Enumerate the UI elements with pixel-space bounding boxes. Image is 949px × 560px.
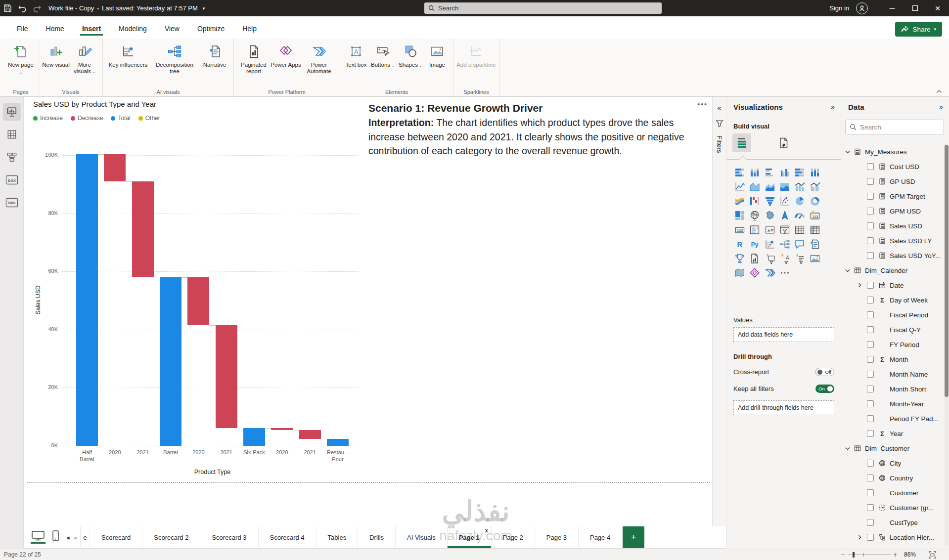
field-checkbox[interactable] [867,163,874,170]
data-field-cost-usd[interactable]: Cost USD [841,159,943,174]
data-field-fiscal-period[interactable]: Fiscal Period [841,307,943,322]
chevron-right-icon[interactable] [858,283,864,288]
search-input[interactable] [438,4,646,12]
page-tab-scorecard-3[interactable]: Scorecard 3 [200,526,258,548]
tab-format-visual[interactable] [774,133,793,152]
visual-type-metrics[interactable] [732,251,747,265]
visual-type-key-influencers[interactable] [763,237,777,251]
expand-filters-icon[interactable]: « [718,104,722,112]
fit-to-page-icon[interactable] [929,551,936,559]
close-page-icon[interactable]: x [485,527,488,533]
visual-type-q-and-a[interactable] [792,237,807,251]
ribbon-button-new-visual[interactable]: New visual [42,41,70,75]
ribbon-button-new-page[interactable]: New page ⌄ [6,41,36,76]
field-checkbox[interactable] [867,222,874,229]
collapse-visualizations-icon[interactable]: » [831,103,835,111]
field-checkbox[interactable] [867,504,874,511]
data-field-day-of-week[interactable]: ΣDay of Week [841,293,943,307]
data-field-sales-usd-ly[interactable]: Sales USD LY [841,233,943,248]
page-tab-ai-visuals[interactable]: AI Visuals [396,526,448,548]
field-checkbox[interactable] [867,193,874,200]
menu-tab-view[interactable]: View [156,25,188,39]
data-field-sales-usd-yoy[interactable]: Sales USD YoY... [841,248,943,263]
field-checkbox[interactable] [867,371,874,378]
field-checkbox[interactable] [867,519,874,526]
visual-type-treemap[interactable] [732,208,747,222]
data-field-period-fy-pad[interactable]: Period FY Pad... [841,411,943,426]
visual-type-smart-narrative[interactable] [808,237,822,251]
field-checkbox[interactable] [867,415,874,422]
page-tab-scorecard-2[interactable]: Scorecard 2 [142,526,200,548]
visual-type-more-visuals[interactable] [777,265,792,280]
waterfall-bar-six-pack-6[interactable] [243,428,265,446]
page-tab-page-1[interactable]: Page 1x [448,526,492,548]
redo-icon[interactable] [30,0,45,16]
visual-type-filled-map[interactable] [763,208,777,222]
visual-type-100-stacked-area-chart[interactable] [777,179,792,194]
ribbon-button-power-automate[interactable]: Power Automate [301,41,337,75]
data-field-fy-period[interactable]: FY Period [841,337,943,352]
page-tab-page-4[interactable]: Page 4 [579,526,622,548]
visual-type-text-slicer[interactable]: A [777,251,792,265]
menu-tab-help[interactable]: Help [233,25,266,39]
visual-type-shape-map[interactable] [732,265,747,280]
ribbon-button-power-apps[interactable]: Power Apps [271,41,301,75]
chevron-down-icon[interactable] [845,447,851,450]
visual-type-paginated-report[interactable] [747,251,762,265]
visual-type-matrix[interactable] [808,222,822,237]
ribbon-collapse-icon[interactable] [936,89,942,93]
ribbon-button-image[interactable]: Image [424,41,450,69]
report-canvas[interactable]: Sales USD by Product Type and Year Incre… [24,97,712,526]
visual-type-stacked-column-chart[interactable] [747,165,762,179]
cross-report-toggle[interactable]: Off [815,368,834,376]
page-tab-page-3[interactable]: Page 3 [535,526,579,548]
visual-type-donut-chart[interactable] [808,194,822,208]
visual-type-clustered-column-chart[interactable] [777,165,792,179]
visual-type-100-stacked-bar-chart[interactable] [792,165,807,179]
data-field-gp-usd[interactable]: GP USD [841,174,943,189]
visual-type-100-stacked-column-chart[interactable] [808,165,822,179]
account-avatar-icon[interactable] [856,2,868,14]
visual-type-power-apps[interactable] [747,265,762,280]
data-field-country[interactable]: Country [841,471,943,485]
undo-icon[interactable] [15,0,30,16]
text-box-visual[interactable]: ••• Scenario 1: Revenue Growth Driver In… [368,101,699,200]
values-field-well[interactable]: Add data fields here [733,327,834,342]
nav-report-view[interactable] [3,103,21,121]
tab-build-visual[interactable] [732,133,751,152]
desktop-layout-button[interactable] [31,531,45,544]
field-checkbox[interactable] [867,430,874,437]
page-tab-partial[interactable]: e [80,526,90,548]
visual-type-r-script-visual[interactable]: R [732,237,747,251]
menu-tab-home[interactable]: Home [37,25,73,39]
data-field-custtype[interactable]: CustType [841,515,943,530]
visual-type-line-and-clustered-column-chart[interactable] [808,179,822,194]
data-field-year[interactable]: ΣYear [841,426,943,441]
visual-type-clustered-bar-chart[interactable] [763,165,777,179]
ribbon-button-paginated-report[interactable]: Paginated report [237,41,271,75]
global-search[interactable] [424,2,662,14]
visual-type-python-visual[interactable]: Py [747,237,762,251]
visual-type-line-chart[interactable] [732,179,747,194]
menu-tab-file[interactable]: File [8,25,37,39]
data-search-box[interactable] [845,120,944,134]
data-field-gpm-usd[interactable]: GPM USD [841,204,943,218]
ribbon-button-narrative[interactable]: Narrative [199,41,230,75]
data-field-fiscal-q-y[interactable]: Fiscal Q-Y [841,322,943,337]
data-field-date[interactable]: Date [841,278,943,293]
waterfall-bar-half-barrel-0[interactable] [76,154,98,446]
field-checkbox[interactable] [867,208,874,215]
menu-tab-insert[interactable]: Insert [73,25,110,39]
waterfall-bar-2021-8[interactable] [299,430,321,439]
document-title[interactable]: Work file - Copy • Last saved: Yesterday… [48,4,205,12]
data-field-city[interactable]: City [841,456,943,471]
share-button[interactable]: Share ▾ [895,22,942,37]
title-chevron-down-icon[interactable]: ▾ [203,6,205,11]
page-tab-page-2[interactable]: Page 2 [492,526,535,548]
visual-type-slicer[interactable] [777,222,792,237]
visual-type-area-chart[interactable] [747,179,762,194]
nav-tmdl-view[interactable]: TMDL [3,194,21,212]
data-table-dim-customer[interactable]: Dim_Customer [841,441,943,456]
waterfall-bar-2020-7[interactable] [271,428,293,431]
nav-dax-query-view[interactable]: DAX [3,171,21,189]
